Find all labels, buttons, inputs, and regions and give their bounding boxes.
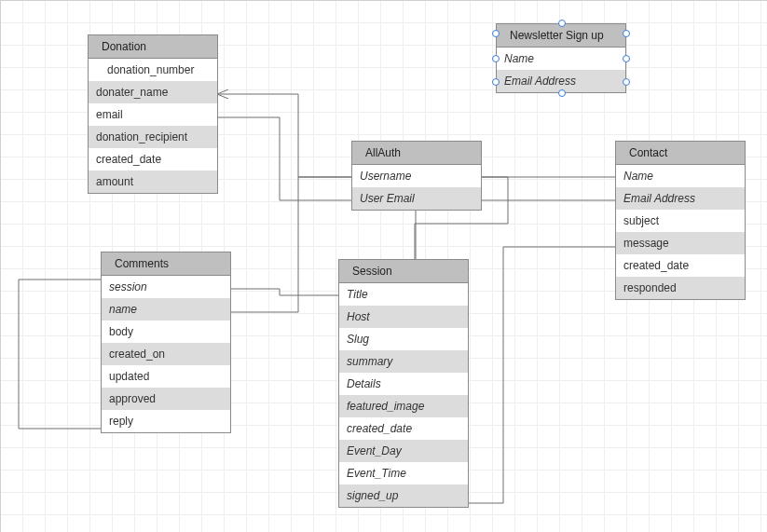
field-event-day[interactable]: Event_Day bbox=[339, 440, 468, 462]
field-name[interactable]: Name bbox=[497, 48, 625, 70]
entity-session[interactable]: Session Title Host Slug summary Details … bbox=[338, 259, 469, 508]
entity-newsletter[interactable]: Newsletter Sign up Name Email Address bbox=[496, 23, 626, 93]
entity-donation[interactable]: Donation donation_number donater_name em… bbox=[88, 34, 218, 194]
field-reply[interactable]: reply bbox=[102, 410, 230, 432]
field-slug[interactable]: Slug bbox=[339, 328, 468, 350]
field-name[interactable]: name bbox=[102, 298, 230, 321]
field-title[interactable]: Title bbox=[339, 283, 468, 306]
entity-header[interactable]: AllAuth bbox=[352, 142, 481, 165]
field-email[interactable]: email bbox=[89, 103, 217, 126]
field-name[interactable]: Name bbox=[616, 165, 745, 187]
entity-header[interactable]: Newsletter Sign up bbox=[497, 24, 625, 48]
field-subject[interactable]: subject bbox=[616, 210, 745, 232]
field-session[interactable]: session bbox=[102, 276, 230, 298]
field-amount[interactable]: amount bbox=[89, 171, 217, 193]
diagram-canvas[interactable]: Donation donation_number donater_name em… bbox=[0, 0, 767, 532]
resize-handle-n[interactable] bbox=[558, 20, 566, 27]
resize-handle-w2[interactable] bbox=[492, 55, 500, 62]
field-donater-name[interactable]: donater_name bbox=[89, 81, 217, 103]
entity-header[interactable]: Session bbox=[339, 260, 468, 283]
field-donation-number[interactable]: donation_number bbox=[89, 59, 217, 81]
field-email-address[interactable]: Email Address bbox=[616, 187, 745, 210]
field-created-on[interactable]: created_on bbox=[102, 343, 230, 365]
field-summary[interactable]: summary bbox=[339, 350, 468, 373]
resize-handle-e1[interactable] bbox=[623, 30, 630, 37]
field-username[interactable]: Username bbox=[352, 165, 481, 187]
entity-header[interactable]: Comments bbox=[102, 252, 230, 276]
resize-handle-w3[interactable] bbox=[492, 78, 500, 86]
field-featured-image[interactable]: featured_image bbox=[339, 395, 468, 417]
resize-handle-s[interactable] bbox=[558, 89, 566, 97]
entity-header[interactable]: Donation bbox=[89, 35, 217, 59]
field-updated[interactable]: updated bbox=[102, 365, 230, 388]
field-created-date[interactable]: created_date bbox=[339, 417, 468, 440]
entity-header[interactable]: Contact bbox=[616, 142, 745, 165]
field-signed-up[interactable]: signed_up bbox=[339, 484, 468, 507]
field-host[interactable]: Host bbox=[339, 306, 468, 328]
field-approved[interactable]: approved bbox=[102, 388, 230, 410]
resize-handle-e2[interactable] bbox=[623, 55, 630, 62]
field-created-date[interactable]: created_date bbox=[616, 254, 745, 277]
entity-allauth[interactable]: AllAuth Username User Email bbox=[351, 141, 482, 211]
resize-handle-w1[interactable] bbox=[492, 30, 500, 37]
field-responded[interactable]: responded bbox=[616, 277, 745, 299]
field-details[interactable]: Details bbox=[339, 373, 468, 395]
resize-handle-e3[interactable] bbox=[623, 78, 630, 86]
entity-contact[interactable]: Contact Name Email Address subject messa… bbox=[615, 141, 746, 300]
entity-comments[interactable]: Comments session name body created_on up… bbox=[101, 252, 231, 433]
field-user-email[interactable]: User Email bbox=[352, 187, 481, 210]
field-message[interactable]: message bbox=[616, 232, 745, 254]
field-created-date[interactable]: created_date bbox=[89, 148, 217, 171]
field-body[interactable]: body bbox=[102, 321, 230, 343]
field-donation-recipient[interactable]: donation_recipient bbox=[89, 126, 217, 148]
field-event-time[interactable]: Event_Time bbox=[339, 462, 468, 484]
